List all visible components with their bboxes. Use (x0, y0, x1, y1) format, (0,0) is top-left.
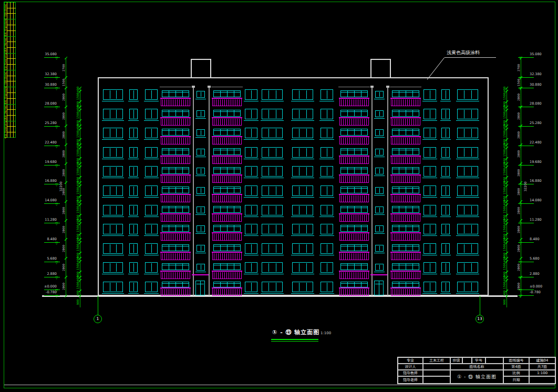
window-sill (144, 293, 159, 294)
window-mullion (446, 167, 446, 176)
balcony-rail-bar (392, 99, 393, 106)
window-mullion (268, 110, 269, 118)
window-sill (319, 159, 334, 159)
window-sill (291, 139, 314, 140)
balcony-rail-bar (397, 138, 397, 144)
window-mullion (133, 129, 134, 137)
balcony-rail-bar (185, 119, 186, 125)
window-sill (374, 176, 385, 176)
window-frame (292, 109, 313, 119)
titleblock-cell-empty (485, 357, 503, 364)
balcony-rail-bar (347, 272, 348, 278)
dim-label: 1500 (503, 130, 507, 138)
balcony-rail-bar (177, 272, 178, 278)
balcony-rail-bar (237, 99, 237, 106)
balcony-rail-bar (354, 234, 354, 240)
balcony-rail-bar (173, 253, 173, 260)
balcony-rail-bar (229, 99, 229, 106)
balcony-rail-bar (169, 253, 169, 260)
balcony-rail-bar (352, 157, 352, 163)
balcony-door-transom (392, 130, 419, 131)
balcony-rail-bar (352, 138, 352, 144)
window-sill (440, 255, 451, 255)
balcony-rail-bar (183, 272, 184, 278)
signature-strip-subline (7, 92, 16, 93)
balcony-rail-bar (235, 119, 235, 125)
window-sill (319, 293, 334, 294)
window-sill (374, 272, 385, 272)
balcony-door-transom (214, 130, 240, 131)
balcony-rail-bar (397, 289, 397, 295)
window-mullion (446, 283, 446, 291)
balcony-rail-bar (341, 99, 342, 106)
titleblock-specialty-value: 土木工程 (423, 357, 450, 364)
window-sill (440, 101, 451, 101)
balcony-rail-bar (362, 157, 363, 163)
window-mullion (327, 167, 327, 176)
balcony-door-transom (341, 283, 367, 284)
window-mullion (430, 129, 430, 137)
balcony-rail-bar (395, 253, 395, 260)
window-mullion (276, 110, 276, 118)
window-sill (102, 159, 124, 159)
balcony-rail-bar (401, 157, 401, 163)
balcony-rail-bar (179, 99, 180, 106)
dim-chain-line (80, 88, 80, 296)
window-frame (457, 262, 478, 273)
balcony-rail-bar (235, 253, 235, 260)
window-frame (262, 128, 283, 138)
window-mullion (464, 90, 464, 99)
balcony-rail-bar (364, 272, 365, 278)
balcony-rail-bar (235, 138, 235, 144)
dim-chain-line (507, 88, 507, 296)
balcony-rail-bar (341, 176, 342, 182)
window-sill (128, 274, 139, 274)
balcony-rail-bar (220, 157, 221, 163)
entrance-door-split (379, 281, 379, 295)
balcony-rail-bar (216, 138, 216, 144)
window-sill (195, 233, 206, 234)
elevation-value: 16.880 (530, 179, 542, 183)
elevation-value: 19.680 (530, 160, 542, 164)
window-mullion (276, 167, 276, 176)
balcony-rail-bar (226, 99, 227, 106)
dim-label: 900 (503, 300, 507, 305)
balcony-rail-bar (397, 253, 397, 260)
window-mullion (276, 225, 276, 233)
balcony-rail-bar (414, 176, 414, 182)
window-sill (144, 139, 159, 140)
dim-label: 1500 (77, 263, 80, 270)
signature-strip-label: 日期 (Date) (4, 72, 7, 85)
balcony-rail-bar (233, 195, 233, 202)
dim-label: 2800 (518, 150, 521, 158)
balcony-rail-bar (416, 234, 416, 240)
balcony-rail-bar (397, 195, 397, 202)
balcony-rail-bar (403, 272, 404, 278)
balcony-rail-bar (175, 289, 175, 295)
window-mullion (151, 225, 152, 233)
balcony-rail-bar (214, 176, 214, 182)
balcony-rail-bar (183, 138, 184, 144)
balcony-rail-bar (345, 157, 346, 163)
elevation-value: 25.280 (530, 121, 542, 125)
balcony-rail-bar (356, 157, 356, 163)
window-mullion (276, 90, 276, 99)
window-mullion (116, 148, 117, 157)
balcony-rail-bar (409, 195, 410, 202)
window-frame (262, 109, 283, 119)
balcony-rail-bar (224, 215, 225, 221)
balcony-rail-bar (345, 253, 346, 260)
balcony-rail-bar (416, 253, 416, 260)
window-sill (319, 139, 334, 140)
signature-strip-label: 签名 (Signature) (4, 86, 7, 105)
dim-label: 1500 (518, 79, 521, 86)
balcony-rail-bar (164, 215, 165, 221)
balcony-rail-bar (360, 99, 360, 106)
balcony-rail-bar (171, 234, 171, 240)
elevation-triangle-icon: ▽ (55, 276, 58, 280)
balcony-rail-bar (233, 138, 233, 144)
window-sill (319, 178, 334, 178)
window-sill (456, 159, 479, 159)
dim-label: 2800 (518, 264, 521, 271)
window-frame (103, 128, 123, 138)
